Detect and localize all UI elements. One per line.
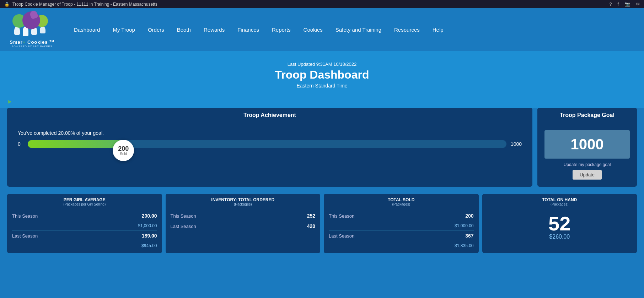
stat-row: This Season 200 [329, 211, 474, 221]
stat-sold-secondary2: $1,835.00 [455, 243, 473, 248]
goal-body: Update my package goal Update [537, 123, 637, 187]
nav-bar: Smar+ Cookies TM POWERED BY ABC BAKERS D… [0, 8, 644, 51]
progress-bubble: 200 Sold [113, 140, 134, 161]
stats-row: PER GIRL AVERAGE (Packages per Girl Sell… [0, 194, 644, 260]
stat-total-on-hand: TOTAL ON HAND (Packages) 52 $260.00 [482, 194, 637, 253]
stat-sold-secondary1: $1,000.00 [455, 223, 473, 228]
on-hand-big-sub: $260.00 [549, 234, 570, 240]
stat-sold-season1-value: 200 [465, 213, 473, 219]
nav-rewards[interactable]: Rewards [197, 24, 231, 36]
logo-text: Smar+ Cookies TM [10, 39, 54, 45]
stat-row: Last Season 367 [329, 231, 474, 241]
top-bar-right: ? f 📷 ✉ [609, 1, 640, 7]
hero-section: Last Updated 9:31AM 10/18/2022 Troop Das… [0, 51, 644, 96]
stat-inv-season2-label: Last Season [171, 224, 196, 229]
page-title: Troop Dashboard [7, 68, 637, 81]
progress-max: 1000 [511, 141, 522, 147]
stat-inventory-title: INVENTORY: TOTAL ORDERED [168, 197, 318, 202]
progress-min: 0 [18, 141, 23, 147]
instagram-icon[interactable]: 📷 [624, 1, 630, 7]
stat-on-hand-body: 52 $260.00 [482, 208, 637, 246]
email-icon[interactable]: ✉ [636, 1, 640, 7]
expand-arrow-icon[interactable]: ► [7, 99, 13, 105]
stat-on-hand-subtitle: (Packages) [485, 202, 634, 206]
stat-row: $1,835.00 [329, 241, 474, 250]
stat-per-girl: PER GIRL AVERAGE (Packages per Girl Sell… [7, 194, 162, 253]
top-bar: 🔒 Troop Cookie Manager of Troop - 11111 … [0, 0, 644, 8]
nav-booth[interactable]: Booth [171, 24, 197, 36]
progress-bar-wrap: 200 Sold [28, 140, 506, 148]
arrow-row: ► [0, 96, 644, 108]
stat-total-sold-header: TOTAL SOLD (Packages) [324, 194, 479, 208]
bubble-number: 200 [118, 145, 129, 152]
stat-total-sold-body: This Season 200 $1,000.00 Last Season 36… [324, 208, 479, 253]
stat-row: $1,000.00 [12, 221, 157, 231]
stat-per-girl-body: This Season 200.00 $1,000.00 Last Season… [7, 208, 162, 253]
stat-row: Last Season 420 [171, 221, 316, 231]
stat-row: Last Season 189.00 [12, 231, 157, 241]
stat-inventory-body: This Season 252 Last Season 420 [166, 208, 321, 234]
logo: Smar+ Cookies TM POWERED BY ABC BAKERS [7, 11, 57, 48]
nav-cookies[interactable]: Cookies [297, 24, 329, 36]
nav-help[interactable]: Help [426, 24, 450, 36]
bubble-label: Sold [120, 152, 127, 156]
achievement-panel: Troop Achievement You've completed 20.00… [7, 108, 532, 187]
nav-orders[interactable]: Orders [141, 24, 171, 36]
help-icon[interactable]: ? [609, 1, 612, 7]
nav-links: Dashboard My Troop Orders Booth Rewards … [68, 24, 637, 36]
main-panels: Troop Achievement You've completed 20.00… [0, 108, 644, 194]
nav-reports[interactable]: Reports [265, 24, 297, 36]
stat-per-girl-header: PER GIRL AVERAGE (Packages per Girl Sell… [7, 194, 162, 208]
stat-row: $1,000.00 [329, 221, 474, 231]
stat-per-girl-season2-label: Last Season [12, 233, 38, 239]
top-bar-left: 🔒 Troop Cookie Manager of Troop - 11111 … [4, 2, 157, 7]
stat-inv-season1-value: 252 [307, 213, 315, 219]
stat-row: This Season 252 [171, 211, 316, 221]
stat-per-girl-season1-label: This Season [12, 213, 38, 219]
stat-sold-season1-label: This Season [329, 213, 354, 219]
achievement-text: You've completed 20.00% of your goal. [18, 130, 522, 136]
stat-inv-season2-value: 420 [307, 223, 315, 229]
stat-per-girl-season1-value: 200.00 [142, 213, 157, 219]
goal-sublabel: Update my package goal [544, 162, 630, 167]
update-goal-button[interactable]: Update [573, 170, 602, 180]
progress-row: 0 200 Sold 1000 [18, 140, 522, 148]
stat-on-hand-title: TOTAL ON HAND [485, 197, 634, 202]
last-updated: Last Updated 9:31AM 10/18/2022 [7, 62, 637, 67]
lock-icon: 🔒 [4, 2, 10, 7]
goal-panel: Troop Package Goal Update my package goa… [537, 108, 637, 187]
stat-inv-season1-label: This Season [171, 213, 196, 219]
nav-resources[interactable]: Resources [388, 24, 426, 36]
stat-per-girl-secondary2: $945.00 [141, 243, 157, 248]
facebook-icon[interactable]: f [617, 1, 619, 7]
stat-per-girl-season2-value: 189.00 [142, 233, 157, 239]
stat-inventory: INVENTORY: TOTAL ORDERED (Packages) This… [166, 194, 321, 253]
stat-per-girl-secondary1: $1,000.00 [138, 223, 157, 228]
on-hand-big-number: 52 [548, 214, 570, 234]
goal-value-input[interactable] [544, 130, 630, 159]
stat-on-hand-header: TOTAL ON HAND (Packages) [482, 194, 637, 208]
goal-header: Troop Package Goal [537, 108, 637, 123]
stat-row: $945.00 [12, 241, 157, 250]
timezone-label: Eastern Standard Time [7, 83, 637, 89]
stat-per-girl-subtitle: (Packages per Girl Selling) [10, 202, 159, 206]
stat-sold-season2-value: 367 [465, 233, 473, 239]
progress-bar-fill [28, 140, 123, 148]
logo-sub: POWERED BY ABC BAKERS [12, 45, 53, 48]
stat-inventory-subtitle: (Packages) [168, 202, 318, 206]
top-bar-title: Troop Cookie Manager of Troop - 11111 in… [12, 2, 157, 7]
stat-total-sold-title: TOTAL SOLD [327, 197, 476, 202]
stat-total-sold-subtitle: (Packages) [327, 202, 476, 206]
nav-my-troop[interactable]: My Troop [106, 24, 141, 36]
nav-dashboard[interactable]: Dashboard [68, 24, 106, 36]
stat-row: This Season 200.00 [12, 211, 157, 221]
achievement-body: You've completed 20.00% of your goal. 0 … [7, 123, 532, 159]
achievement-header: Troop Achievement [7, 108, 532, 123]
stat-per-girl-title: PER GIRL AVERAGE [10, 197, 159, 202]
stat-total-sold: TOTAL SOLD (Packages) This Season 200 $1… [324, 194, 479, 253]
nav-safety[interactable]: Safety and Training [329, 24, 388, 36]
stat-sold-season2-label: Last Season [329, 233, 354, 239]
nav-finances[interactable]: Finances [231, 24, 265, 36]
stat-inventory-header: INVENTORY: TOTAL ORDERED (Packages) [166, 194, 321, 208]
